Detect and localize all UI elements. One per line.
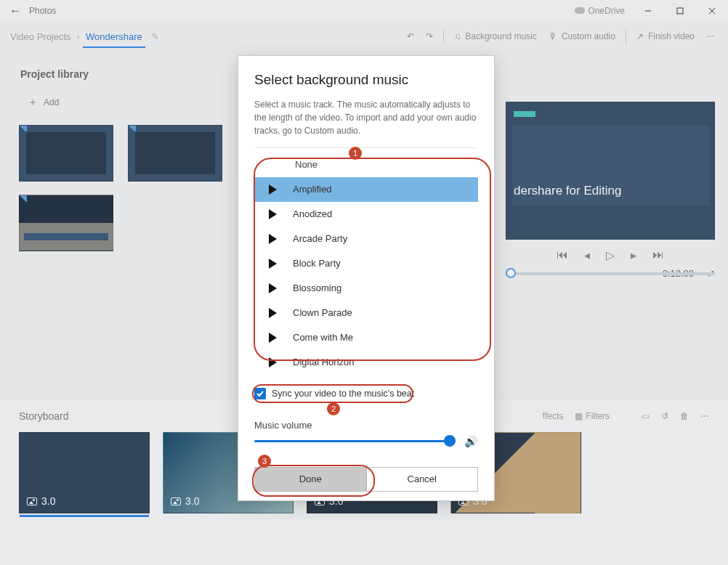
cloud-icon [575, 7, 585, 14]
add-label: Add [44, 97, 59, 107]
background-music-label: Background music [465, 31, 537, 41]
background-music-button[interactable]: ♫ Background music [448, 28, 543, 44]
rotate-icon[interactable]: ↺ [661, 411, 668, 421]
play-icon[interactable] [269, 234, 277, 244]
sync-checkbox[interactable] [254, 388, 266, 399]
effects-button[interactable]: ffects [543, 411, 563, 421]
track-label: Anodized [293, 208, 332, 219]
track-option[interactable]: Block Party [254, 251, 478, 276]
finish-video-button[interactable]: ↗ Finish video [631, 28, 700, 44]
play-icon[interactable] [269, 333, 277, 343]
image-icon [27, 497, 37, 505]
annotation-badge-3: 3 [258, 455, 271, 468]
music-note-icon: ♫ [454, 31, 461, 41]
track-option[interactable]: Blossoming [254, 276, 478, 301]
clip-duration: 3.0 [41, 495, 55, 507]
breadcrumb-parent[interactable]: Video Projects [7, 27, 74, 46]
custom-audio-label: Custom audio [562, 31, 615, 41]
storyboard-title: Storyboard [19, 410, 68, 422]
library-thumb[interactable] [128, 125, 222, 182]
track-option[interactable]: Anodized [254, 202, 478, 227]
track-option[interactable]: Clown Parade [254, 301, 478, 325]
svg-rect-1 [677, 8, 683, 14]
minimize-button[interactable] [632, 0, 664, 22]
track-option[interactable]: Come with Me [254, 325, 478, 350]
clip-duration: 3.0 [185, 495, 199, 507]
microphone-icon: 🎙 [549, 31, 557, 41]
done-button[interactable]: Done [255, 468, 367, 491]
annotation-badge-2: 2 [327, 402, 340, 415]
track-label: Clown Parade [293, 307, 352, 318]
onedrive-label: OneDrive [588, 6, 625, 16]
export-icon: ↗ [636, 31, 644, 41]
play-icon[interactable] [269, 283, 277, 293]
play-icon[interactable] [269, 209, 277, 219]
plus-icon: ＋ [28, 96, 38, 109]
track-option[interactable]: Digital Horizon [254, 350, 478, 375]
finish-video-label: Finish video [648, 31, 695, 41]
rename-icon[interactable]: ✎ [151, 31, 159, 42]
undo-button[interactable]: ↶ [401, 28, 420, 44]
play-icon[interactable]: ▷ [606, 248, 615, 262]
preview-caption: dershare for Editing [514, 184, 621, 198]
play-icon[interactable] [269, 357, 277, 367]
library-thumb[interactable] [19, 195, 113, 251]
more-button[interactable]: ⋯ [700, 28, 721, 44]
volume-label: Music volume [254, 420, 478, 431]
breadcrumb-sep: › [77, 31, 80, 42]
dialog-description: Select a music track. The music automati… [254, 98, 478, 137]
play-icon[interactable] [269, 308, 277, 318]
preview-scrubber[interactable] [506, 272, 715, 275]
filters-button[interactable]: ▦Filters [575, 411, 610, 421]
play-icon[interactable] [269, 259, 277, 269]
track-label: Come with Me [293, 332, 353, 343]
track-label: Amplified [293, 184, 331, 195]
back-icon[interactable]: ← [4, 4, 26, 17]
project-library-title: Project library [20, 68, 89, 80]
library-thumb[interactable] [19, 125, 113, 182]
track-option-none[interactable]: None [254, 153, 478, 177]
track-option[interactable]: Arcade Party [254, 227, 478, 251]
scrubber-handle[interactable] [506, 268, 516, 278]
track-label: Blossoming [293, 282, 341, 293]
image-icon [171, 497, 181, 505]
track-option[interactable]: Amplified [254, 177, 478, 202]
play-icon[interactable] [269, 184, 277, 195]
breadcrumb-current[interactable]: Wondershare [83, 27, 145, 48]
preview-screen[interactable]: dershare for Editing [506, 102, 715, 240]
sync-beat-row[interactable]: 2 Sync your video to the music's beat [254, 388, 478, 399]
track-label: Arcade Party [293, 233, 347, 244]
app-title: Photos [29, 6, 56, 16]
volume-slider[interactable] [254, 440, 456, 442]
resize-icon[interactable]: ▭ [642, 411, 650, 421]
top-toolbar: Video Projects › Wondershare ✎ ↶ ↷ ♫ Bac… [0, 22, 728, 51]
step-back-icon[interactable]: ◂ [584, 248, 590, 262]
add-media-button[interactable]: ＋ Add [28, 96, 59, 109]
volume-handle[interactable] [444, 435, 456, 447]
next-clip-icon[interactable]: ⏭ [652, 248, 664, 262]
dialog-button-row: 3 Done Cancel [254, 467, 478, 492]
step-fwd-icon[interactable]: ▸ [631, 248, 636, 262]
delete-icon[interactable]: 🗑 [680, 411, 689, 421]
custom-audio-button[interactable]: 🎙 Custom audio [543, 28, 621, 44]
cancel-button[interactable]: Cancel [367, 468, 478, 491]
redo-button[interactable]: ↷ [420, 28, 439, 44]
onedrive-indicator[interactable]: OneDrive [575, 6, 625, 16]
close-button[interactable] [696, 0, 728, 22]
speaker-icon[interactable]: 🔊 [464, 435, 478, 448]
dialog-title: Select background music [254, 72, 478, 88]
annotation-badge-1: 1 [349, 147, 362, 160]
track-label: Block Party [293, 258, 341, 269]
more-icon[interactable]: ⋯ [700, 411, 709, 421]
storyboard-card[interactable]: 3.0 [19, 432, 150, 513]
background-music-dialog: Select background music Select a music t… [238, 55, 495, 501]
title-bar: ← Photos OneDrive [0, 0, 728, 22]
maximize-button[interactable] [664, 0, 696, 22]
preview-panel: dershare for Editing ⏮ ◂ ▷ ▸ ⏭ 0:12.00 ⤢ [506, 102, 715, 345]
track-list: 1 None AmplifiedAnodizedArcade PartyBloc… [254, 153, 478, 375]
prev-clip-icon[interactable]: ⏮ [557, 248, 568, 262]
track-label: Digital Horizon [293, 357, 355, 367]
sync-label: Sync your video to the music's beat [272, 389, 414, 399]
filters-icon: ▦ [575, 411, 583, 421]
